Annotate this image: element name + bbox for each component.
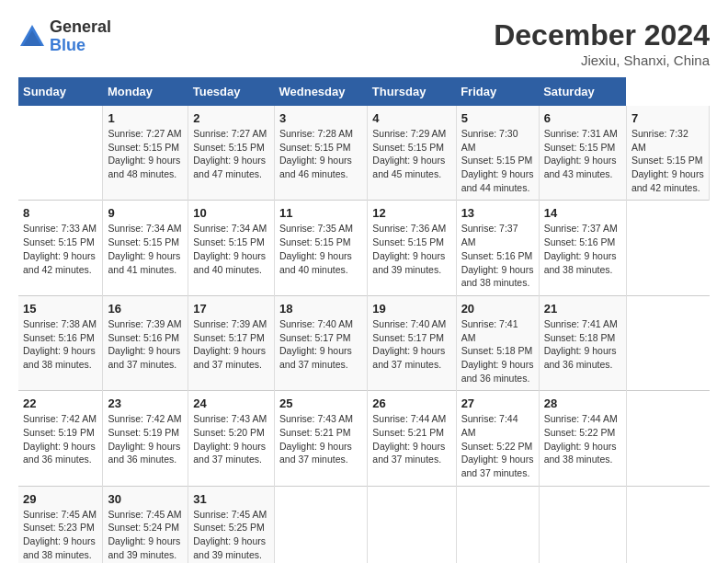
day-info: Sunrise: 7:34 AM Sunset: 5:15 PM Dayligh… (193, 222, 269, 276)
day-info: Sunrise: 7:45 AM Sunset: 5:23 PM Dayligh… (23, 508, 97, 562)
day-info: Sunrise: 7:27 AM Sunset: 5:15 PM Dayligh… (193, 127, 269, 181)
calendar-week-row: 22 Sunrise: 7:42 AM Sunset: 5:19 PM Dayl… (18, 391, 710, 486)
calendar-cell: 5 Sunrise: 7:30 AM Sunset: 5:15 PM Dayli… (456, 106, 539, 201)
day-number: 15 (23, 302, 97, 316)
calendar-cell: 9 Sunrise: 7:34 AM Sunset: 5:15 PM Dayli… (103, 201, 188, 295)
calendar-cell: 1 Sunrise: 7:27 AM Sunset: 5:15 PM Dayli… (103, 106, 188, 201)
calendar-cell: 31 Sunrise: 7:45 AM Sunset: 5:25 PM Dayl… (188, 486, 275, 563)
col-tuesday: Tuesday (188, 77, 275, 106)
calendar-cell: 20 Sunrise: 7:41 AM Sunset: 5:18 PM Dayl… (456, 295, 539, 390)
logo-icon (18, 23, 46, 51)
calendar-cell: 27 Sunrise: 7:44 AM Sunset: 5:22 PM Dayl… (456, 391, 539, 486)
day-number: 25 (279, 396, 362, 410)
day-number: 19 (372, 302, 450, 316)
calendar-cell: 16 Sunrise: 7:39 AM Sunset: 5:16 PM Dayl… (103, 295, 188, 390)
calendar-cell: 21 Sunrise: 7:41 AM Sunset: 5:18 PM Dayl… (539, 295, 626, 390)
col-thursday: Thursday (368, 77, 456, 106)
calendar-cell: 28 Sunrise: 7:44 AM Sunset: 5:22 PM Dayl… (539, 391, 626, 486)
calendar-cell (368, 486, 456, 563)
day-number: 20 (461, 302, 534, 316)
calendar-table: Sunday Monday Tuesday Wednesday Thursday… (18, 77, 710, 563)
logo-blue: Blue (50, 37, 111, 55)
day-info: Sunrise: 7:44 AM Sunset: 5:21 PM Dayligh… (372, 412, 450, 466)
day-info: Sunrise: 7:40 AM Sunset: 5:17 PM Dayligh… (372, 317, 450, 372)
day-info: Sunrise: 7:32 AM Sunset: 5:15 PM Dayligh… (631, 127, 704, 194)
calendar-week-row: 29 Sunrise: 7:45 AM Sunset: 5:23 PM Dayl… (18, 486, 710, 563)
calendar-cell: 8 Sunrise: 7:33 AM Sunset: 5:15 PM Dayli… (18, 201, 103, 295)
calendar-cell: 26 Sunrise: 7:44 AM Sunset: 5:21 PM Dayl… (368, 391, 456, 486)
calendar-cell: 25 Sunrise: 7:43 AM Sunset: 5:21 PM Dayl… (274, 391, 367, 486)
day-number: 14 (544, 206, 621, 220)
day-number: 5 (461, 111, 534, 125)
day-number: 21 (544, 302, 621, 316)
day-info: Sunrise: 7:27 AM Sunset: 5:15 PM Dayligh… (108, 127, 183, 181)
day-number: 17 (193, 302, 269, 316)
day-info: Sunrise: 7:34 AM Sunset: 5:15 PM Dayligh… (108, 222, 183, 276)
day-info: Sunrise: 7:41 AM Sunset: 5:18 PM Dayligh… (461, 317, 534, 385)
calendar-cell: 17 Sunrise: 7:39 AM Sunset: 5:17 PM Dayl… (188, 295, 275, 390)
calendar-cell: 14 Sunrise: 7:37 AM Sunset: 5:16 PM Dayl… (539, 201, 626, 295)
calendar-cell: 30 Sunrise: 7:45 AM Sunset: 5:24 PM Dayl… (103, 486, 188, 563)
header-row: Sunday Monday Tuesday Wednesday Thursday… (18, 77, 710, 106)
day-number: 18 (279, 302, 362, 316)
day-number: 12 (372, 206, 450, 220)
day-info: Sunrise: 7:39 AM Sunset: 5:16 PM Dayligh… (108, 317, 183, 372)
calendar-cell: 3 Sunrise: 7:28 AM Sunset: 5:15 PM Dayli… (274, 106, 367, 201)
logo: General Blue (18, 18, 111, 55)
page-header: General Blue December 2024 Jiexiu, Shanx… (18, 18, 710, 68)
calendar-week-row: 1 Sunrise: 7:27 AM Sunset: 5:15 PM Dayli… (18, 106, 710, 201)
day-number: 6 (544, 111, 621, 125)
day-number: 10 (193, 206, 269, 220)
day-info: Sunrise: 7:36 AM Sunset: 5:15 PM Dayligh… (372, 222, 450, 276)
day-info: Sunrise: 7:41 AM Sunset: 5:18 PM Dayligh… (544, 317, 621, 372)
day-info: Sunrise: 7:38 AM Sunset: 5:16 PM Dayligh… (23, 317, 97, 372)
day-number: 8 (23, 206, 97, 220)
day-number: 13 (461, 206, 534, 220)
day-info: Sunrise: 7:31 AM Sunset: 5:15 PM Dayligh… (544, 127, 621, 181)
calendar-week-row: 15 Sunrise: 7:38 AM Sunset: 5:16 PM Dayl… (18, 295, 710, 390)
day-number: 26 (372, 396, 450, 410)
calendar-cell: 11 Sunrise: 7:35 AM Sunset: 5:15 PM Dayl… (274, 201, 367, 295)
title-section: December 2024 Jiexiu, Shanxi, China (494, 18, 710, 68)
logo-general: General (50, 18, 111, 37)
day-number: 11 (279, 206, 362, 220)
calendar-cell: 13 Sunrise: 7:37 AM Sunset: 5:16 PM Dayl… (456, 201, 539, 295)
col-sunday: Sunday (18, 77, 103, 106)
day-number: 29 (23, 492, 97, 506)
day-number: 9 (108, 206, 183, 220)
day-info: Sunrise: 7:39 AM Sunset: 5:17 PM Dayligh… (193, 317, 269, 372)
calendar-cell: 6 Sunrise: 7:31 AM Sunset: 5:15 PM Dayli… (539, 106, 626, 201)
calendar-header: Sunday Monday Tuesday Wednesday Thursday… (18, 77, 710, 106)
day-number: 16 (108, 302, 183, 316)
day-info: Sunrise: 7:44 AM Sunset: 5:22 PM Dayligh… (461, 412, 534, 479)
day-number: 3 (279, 111, 362, 125)
calendar-cell: 15 Sunrise: 7:38 AM Sunset: 5:16 PM Dayl… (18, 295, 103, 390)
month-title: December 2024 (494, 18, 710, 52)
day-info: Sunrise: 7:42 AM Sunset: 5:19 PM Dayligh… (23, 412, 97, 466)
day-number: 4 (372, 111, 450, 125)
calendar-body: 1 Sunrise: 7:27 AM Sunset: 5:15 PM Dayli… (18, 106, 710, 563)
day-info: Sunrise: 7:43 AM Sunset: 5:21 PM Dayligh… (279, 412, 362, 466)
col-friday: Friday (456, 77, 539, 106)
calendar-cell (456, 486, 539, 563)
calendar-cell: 22 Sunrise: 7:42 AM Sunset: 5:19 PM Dayl… (18, 391, 103, 486)
day-info: Sunrise: 7:43 AM Sunset: 5:20 PM Dayligh… (193, 412, 269, 466)
day-number: 28 (544, 396, 621, 410)
day-number: 31 (193, 492, 269, 506)
day-info: Sunrise: 7:37 AM Sunset: 5:16 PM Dayligh… (544, 222, 621, 276)
day-info: Sunrise: 7:42 AM Sunset: 5:19 PM Dayligh… (108, 412, 183, 466)
day-info: Sunrise: 7:28 AM Sunset: 5:15 PM Dayligh… (279, 127, 362, 181)
calendar-cell: 23 Sunrise: 7:42 AM Sunset: 5:19 PM Dayl… (103, 391, 188, 486)
day-info: Sunrise: 7:29 AM Sunset: 5:15 PM Dayligh… (372, 127, 450, 181)
calendar-cell: 10 Sunrise: 7:34 AM Sunset: 5:15 PM Dayl… (188, 201, 275, 295)
col-monday: Monday (103, 77, 188, 106)
day-info: Sunrise: 7:35 AM Sunset: 5:15 PM Dayligh… (279, 222, 362, 276)
calendar-cell (539, 486, 626, 563)
day-info: Sunrise: 7:45 AM Sunset: 5:25 PM Dayligh… (193, 508, 269, 562)
calendar-cell: 4 Sunrise: 7:29 AM Sunset: 5:15 PM Dayli… (368, 106, 456, 201)
day-number: 23 (108, 396, 183, 410)
calendar-cell: 7 Sunrise: 7:32 AM Sunset: 5:15 PM Dayli… (626, 106, 709, 201)
calendar-cell: 2 Sunrise: 7:27 AM Sunset: 5:15 PM Dayli… (188, 106, 275, 201)
calendar-cell (274, 486, 367, 563)
calendar-cell: 12 Sunrise: 7:36 AM Sunset: 5:15 PM Dayl… (368, 201, 456, 295)
